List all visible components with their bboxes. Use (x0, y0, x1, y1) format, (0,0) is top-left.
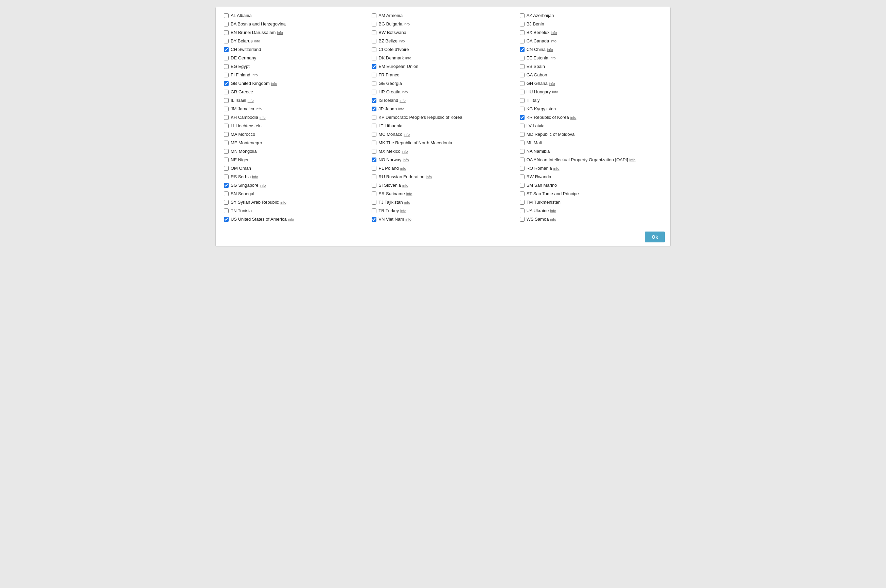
country-label-bz[interactable]: BZ Belizeinfo (378, 38, 405, 44)
country-checkbox-ee[interactable] (520, 56, 525, 60)
country-checkbox-ml[interactable] (520, 141, 525, 145)
country-label-pl[interactable]: PL Polandinfo (378, 166, 406, 171)
country-checkbox-sr[interactable] (372, 192, 376, 196)
info-link-il[interactable]: info (248, 99, 254, 102)
country-checkbox-tm[interactable] (520, 200, 525, 205)
country-checkbox-pl[interactable] (372, 166, 376, 171)
info-link-jp[interactable]: info (398, 107, 404, 111)
country-label-sn[interactable]: SN Senegal (231, 191, 254, 196)
country-checkbox-al[interactable] (224, 13, 229, 18)
info-link-ee[interactable]: info (550, 56, 556, 60)
country-label-ne[interactable]: NE Niger (231, 157, 249, 162)
info-link-hu[interactable]: info (552, 90, 558, 94)
country-checkbox-si[interactable] (372, 183, 376, 188)
country-label-sg[interactable]: SG Singaporeinfo (231, 183, 266, 188)
country-label-fr[interactable]: FR France (378, 72, 399, 77)
country-checkbox-hr[interactable] (372, 90, 376, 94)
country-label-it[interactable]: IT Italy (526, 98, 540, 103)
country-checkbox-lt[interactable] (372, 124, 376, 128)
country-checkbox-oa[interactable] (520, 158, 525, 162)
country-label-ga[interactable]: GA Gabon (526, 72, 547, 77)
country-checkbox-li[interactable] (224, 124, 229, 128)
country-checkbox-ma[interactable] (224, 132, 229, 137)
country-label-by[interactable]: BY Belarusinfo (231, 38, 260, 44)
country-checkbox-ci[interactable] (372, 47, 376, 52)
country-checkbox-it[interactable] (520, 98, 525, 103)
country-checkbox-jm[interactable] (224, 106, 229, 111)
country-checkbox-ru[interactable] (372, 174, 376, 179)
country-label-sm[interactable]: SM San Marino (526, 183, 557, 188)
country-checkbox-ba[interactable] (224, 22, 229, 27)
country-label-sy[interactable]: SY Syrian Arab Republicinfo (231, 200, 286, 205)
country-label-fi[interactable]: FI Finlandinfo (231, 72, 258, 77)
country-label-sr[interactable]: SR Surinameinfo (378, 191, 412, 196)
country-label-ro[interactable]: RO Romaniainfo (526, 166, 560, 171)
country-checkbox-tr[interactable] (372, 208, 376, 213)
country-checkbox-sn[interactable] (224, 192, 229, 196)
country-label-hu[interactable]: HU Hungaryinfo (526, 89, 558, 94)
country-checkbox-bn[interactable] (224, 30, 229, 35)
country-label-rs[interactable]: RS Serbiainfo (231, 174, 258, 179)
country-label-az[interactable]: AZ Azerbaijan (526, 13, 554, 18)
info-link-bz[interactable]: info (399, 39, 405, 43)
country-checkbox-me[interactable] (224, 141, 229, 145)
country-checkbox-lv[interactable] (520, 124, 525, 128)
country-label-me[interactable]: ME Montenegro (231, 140, 262, 145)
country-label-gr[interactable]: GR Greece (231, 89, 253, 94)
info-link-ro[interactable]: info (554, 166, 560, 170)
country-checkbox-is[interactable] (372, 98, 376, 103)
country-label-eg[interactable]: EG Egypt (231, 64, 250, 69)
country-label-ru[interactable]: RU Russian Federationinfo (378, 174, 432, 179)
country-checkbox-eg[interactable] (224, 64, 229, 69)
country-label-kp[interactable]: KP Democratic People's Republic of Korea (378, 115, 462, 120)
country-checkbox-md[interactable] (520, 132, 525, 137)
country-label-al[interactable]: AL Albania (231, 13, 252, 18)
info-link-bn[interactable]: info (277, 30, 283, 34)
country-label-us[interactable]: US United States of Americainfo (231, 217, 294, 222)
country-label-ch[interactable]: CH Switzerland (231, 47, 261, 52)
info-link-vn[interactable]: info (405, 217, 411, 221)
country-label-tm[interactable]: TM Turkmenistan (526, 200, 561, 205)
info-link-rs[interactable]: info (252, 175, 258, 179)
country-label-de[interactable]: DE Germany (231, 56, 256, 60)
country-label-gh[interactable]: GH Ghanainfo (526, 81, 555, 86)
country-checkbox-st[interactable] (520, 192, 525, 196)
country-label-cn[interactable]: CN Chinainfo (526, 47, 553, 52)
country-checkbox-fi[interactable] (224, 73, 229, 77)
country-label-oa[interactable]: OA African Intellectual Property Organiz… (526, 157, 636, 162)
country-label-no[interactable]: NO Norwayinfo (378, 157, 409, 162)
country-checkbox-dk[interactable] (372, 56, 376, 60)
country-checkbox-na[interactable] (520, 149, 525, 154)
country-label-mn[interactable]: MN Mongolia (231, 149, 257, 154)
country-checkbox-em[interactable] (372, 64, 376, 69)
country-checkbox-sm[interactable] (520, 183, 525, 188)
country-label-kh[interactable]: KH Cambodiainfo (231, 115, 266, 120)
country-checkbox-vn[interactable] (372, 217, 376, 222)
country-checkbox-kr[interactable] (520, 115, 525, 120)
country-checkbox-rs[interactable] (224, 174, 229, 179)
country-label-tj[interactable]: TJ Tajikistaninfo (378, 200, 410, 205)
country-label-bw[interactable]: BW Botswana (378, 30, 406, 35)
country-label-ba[interactable]: BA Bosnia and Herzegovina (231, 21, 286, 27)
country-checkbox-kp[interactable] (372, 115, 376, 120)
info-link-si[interactable]: info (402, 183, 408, 188)
country-checkbox-tj[interactable] (372, 200, 376, 205)
country-checkbox-de[interactable] (224, 56, 229, 60)
country-checkbox-mx[interactable] (372, 149, 376, 154)
country-label-is[interactable]: IS Icelandinfo (378, 98, 406, 103)
info-link-bg[interactable]: info (403, 22, 410, 26)
info-link-ua[interactable]: info (550, 209, 556, 213)
country-label-md[interactable]: MD Republic of Moldova (526, 132, 575, 137)
country-checkbox-mn[interactable] (224, 149, 229, 154)
country-checkbox-jp[interactable] (372, 106, 376, 111)
country-label-kr[interactable]: KR Republic of Koreainfo (526, 115, 576, 120)
info-link-tj[interactable]: info (404, 200, 411, 204)
country-label-ci[interactable]: CI Côte d'Ivoire (378, 47, 409, 52)
ok-button[interactable]: Ok (645, 231, 665, 242)
country-label-gb[interactable]: GB United Kingdominfo (231, 81, 277, 86)
country-label-mx[interactable]: MX Mexicoinfo (378, 149, 408, 154)
country-checkbox-gb[interactable] (224, 81, 229, 86)
info-link-ca[interactable]: info (551, 39, 557, 43)
info-link-gh[interactable]: info (549, 81, 555, 86)
country-label-kg[interactable]: KG Kyrgyzstan (526, 106, 556, 111)
